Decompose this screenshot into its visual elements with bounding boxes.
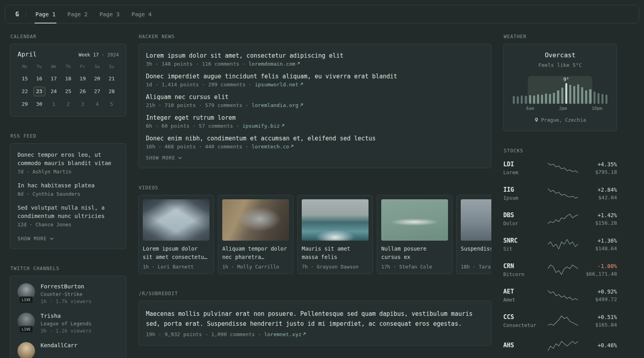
tab-page-3[interactable]: Page 3 [93, 5, 126, 23]
calendar-day: 19 [76, 74, 90, 84]
weather-bar [549, 94, 551, 104]
weather-bar [541, 95, 543, 104]
post-domain: loremnet.xyz [264, 331, 301, 337]
stock-ticker: IIG [503, 186, 548, 193]
calendar-header: April Week 17 · 2024 [17, 51, 119, 58]
calendar-day: 15 [17, 74, 32, 84]
video-title-link[interactable]: Lorem ipsum dolor sit amet consectetu… [143, 245, 209, 261]
rss-show-more-button[interactable]: SHOW MORE [17, 236, 54, 241]
show-more-label: SHOW MORE [146, 155, 175, 161]
stock-values: +0.51% $165.84 [580, 314, 617, 328]
post-title-link[interactable]: Maecenas mollis pulvinar erat non posuer… [146, 309, 484, 329]
calendar-grid: Mo Tu We Th Fr Sa Su 15 16 17 18 19 20 2… [17, 64, 119, 109]
video-meta: 17h · Stefan Cole [381, 264, 448, 270]
weather-time-label: 6am [526, 106, 534, 111]
story-title-link[interactable]: Lorem ipsum dolor sit amet, consectetur … [146, 52, 484, 59]
rss-item-meta: 8d · Cynthia Saunders [17, 191, 119, 197]
stock-row[interactable]: AHS +0.46% [503, 336, 617, 356]
calendar-section-title: CALENDAR [10, 34, 126, 39]
video-thumbnail[interactable] [381, 199, 448, 241]
story-domain-link[interactable]: loremtech.co [252, 144, 294, 150]
story-domain-link[interactable]: ipsumworld.net [255, 82, 303, 88]
calendar-day-next-month: 1 [47, 99, 61, 109]
hacker-news-show-more-button[interactable]: SHOW MORE [146, 155, 182, 161]
post-stats: 19h · 9,932 points · 1,090 comments · [146, 331, 264, 337]
left-column: CALENDAR April Week 17 · 2024 Mo Tu We T… [10, 34, 126, 358]
weather-condition: Overcast [511, 51, 609, 59]
stock-values: +4.35% $795.18 [580, 161, 617, 175]
location-pin-icon [534, 117, 539, 123]
weather-bar [525, 96, 527, 104]
calendar-day-next-month: 5 [105, 99, 119, 109]
post-domain-link[interactable]: loremnet.xyz [264, 331, 306, 337]
stock-row[interactable]: LDI Lorem +4.35% $795.18 [503, 158, 617, 178]
video-thumbnail[interactable] [302, 199, 369, 241]
stock-price: $66,171.48 [580, 271, 617, 277]
stock-row[interactable]: CRN Bitcorn -1.00% $66,171.48 [503, 260, 617, 280]
video-title-link[interactable]: Aliquam tempor dolor nec pharetra… [222, 245, 289, 261]
story-stats: 1d · 1,414 points · 299 comments · [146, 82, 255, 88]
calendar-week-number: Week 17 [79, 52, 99, 58]
story-title-link[interactable]: Donec imperdiet augue tincidunt felis al… [146, 73, 484, 80]
app-logo[interactable]: G [8, 5, 26, 23]
stock-sparkline [548, 315, 580, 327]
story-domain-link[interactable]: ipsumify.biz [242, 123, 285, 129]
calendar-week: Week 17 · 2024 [79, 52, 119, 58]
video-thumbnail[interactable] [461, 199, 491, 241]
stock-row[interactable]: DBS Dolor +1.42% $156.28 [503, 209, 617, 229]
weather-location-label: Prague, Czechia [541, 117, 586, 123]
stock-sparkline [548, 162, 580, 174]
video-thumbnail[interactable] [143, 199, 209, 241]
story-domain: ipsumworld.net [255, 82, 299, 88]
rss-item-link[interactable]: Sed volutpat nulla nisl, a condimentum n… [17, 204, 119, 220]
story-domain-link[interactable]: loremlandia.org [252, 102, 303, 108]
stock-change: +0.46% [580, 342, 617, 348]
rss-item: In hac habitasse platea 8d · Cynthia Sau… [17, 181, 119, 197]
weather-card: Overcast Feels like 5°C 9°6am2pm10pm Pra… [503, 44, 617, 131]
weather-time-label: 10pm [592, 106, 602, 111]
video-title-link[interactable]: Nullam posuere cursus ex [381, 245, 448, 261]
weather-bar [557, 90, 559, 104]
story-domain: loremlandia.org [252, 102, 298, 108]
video-title-link[interactable]: Suspendisse diam [461, 245, 491, 261]
stock-ticker: DBS [503, 212, 548, 219]
rss-item-link[interactable]: In hac habitasse platea [17, 181, 119, 190]
stock-row[interactable]: SNRC Sit +1.36% $148.64 [503, 234, 617, 254]
video-card: Suspendisse diam 18h · Tara [456, 195, 491, 274]
stock-values: +2.84% $42.04 [580, 187, 617, 200]
rss-item-link[interactable]: Donec tempor eros leo, ut commodo mauris… [17, 151, 119, 167]
twitch-card: LIVE ForrestBurton Counter-Strike 1h · 1… [10, 276, 126, 358]
tab-page-1[interactable]: Page 1 [29, 5, 62, 23]
story-domain-link[interactable]: loremdomain.com [248, 61, 300, 67]
story-item: Donec enim nibh, condimentum et accumsan… [146, 135, 484, 150]
twitch-channel[interactable]: LIVE ForrestBurton Counter-Strike 1h · 1… [17, 283, 119, 304]
external-link-icon [281, 124, 285, 127]
subreddit-card: Maecenas mollis pulvinar erat non posuer… [138, 301, 491, 346]
chevron-down-icon [178, 157, 182, 159]
tab-page-2[interactable]: Page 2 [62, 5, 94, 23]
tab-page-4[interactable]: Page 4 [126, 5, 158, 23]
calendar-day: 20 [90, 74, 104, 84]
story-title-link[interactable]: Aliquam nec cursus elit [146, 93, 484, 101]
stock-row[interactable]: IIG Ipsum +2.84% $42.04 [503, 183, 617, 203]
channel-info: KendallCarr [41, 342, 78, 358]
subreddit-widget: /R/SUBREDDIT Maecenas mollis pulvinar er… [138, 291, 491, 346]
stock-id: AHS [503, 342, 548, 350]
rss-card: Donec tempor eros leo, ut commodo mauris… [10, 143, 126, 249]
stock-change: +4.35% [580, 161, 617, 167]
calendar-day-today: 23 [33, 87, 45, 96]
stock-price: $148.64 [580, 245, 617, 251]
video-title-link[interactable]: Mauris sit amet massa felis [302, 245, 369, 261]
hacker-news-widget: HACKER NEWS Lorem ipsum dolor sit amet, … [138, 34, 491, 168]
video-thumbnail[interactable] [222, 199, 289, 241]
stock-sparkline [548, 213, 580, 225]
twitch-channel[interactable]: LIVE Trisha League of Legends 3h · 1.2k … [17, 313, 119, 334]
story-title-link[interactable]: Donec enim nibh, condimentum et accumsan… [146, 135, 484, 142]
stock-row[interactable]: CCS Consectetur +0.51% $165.84 [503, 311, 617, 331]
stock-row[interactable]: AET Amet +0.92% $499.72 [503, 285, 617, 305]
twitch-channel[interactable]: KendallCarr [17, 342, 119, 358]
weather-bar [577, 84, 579, 104]
middle-column: HACKER NEWS Lorem ipsum dolor sit amet, … [138, 34, 491, 358]
story-title-link[interactable]: Integer eget rutrum lorem [146, 114, 484, 121]
calendar-day: 17 [47, 74, 61, 84]
